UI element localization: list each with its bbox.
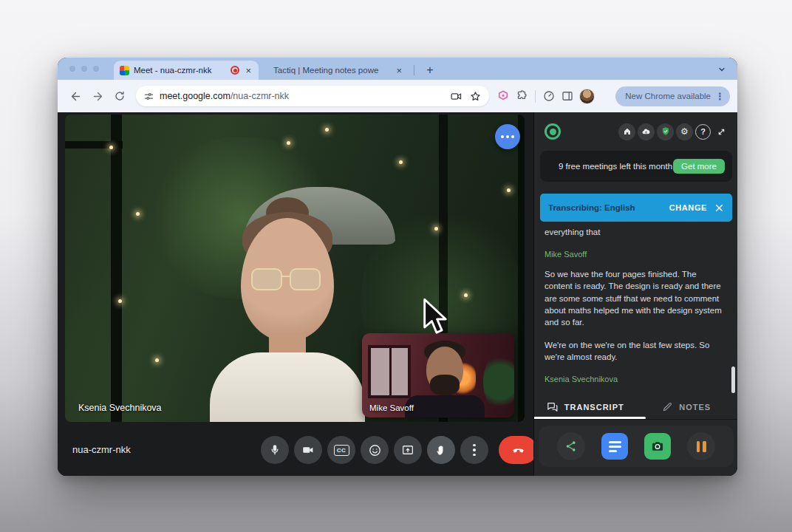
more-options-button[interactable] xyxy=(460,436,488,464)
help-icon: ? xyxy=(700,127,706,136)
window-frame xyxy=(518,115,525,422)
close-icon[interactable] xyxy=(714,203,724,213)
meet-main-area: Ksenia Svechnikova Mike Savoff xyxy=(58,112,533,476)
chat-dots-badge-icon[interactable] xyxy=(495,124,520,149)
chrome-update-pill[interactable]: New Chrome available ⋮ xyxy=(615,86,730,106)
site-info-icon[interactable] xyxy=(143,91,154,102)
profile-avatar[interactable] xyxy=(579,89,595,104)
tab-meet[interactable]: Meet - nua-czmr-nkk × xyxy=(114,61,259,80)
forward-arrow-icon xyxy=(92,90,104,103)
transcribing-banner: Transcribing: English CHANGE xyxy=(540,194,732,222)
close-window-icon[interactable] xyxy=(69,66,75,72)
pip-participant-body xyxy=(405,395,485,417)
tab-search-chevron-icon[interactable] xyxy=(714,61,730,78)
transcript-line: We're on the we're on the last few steps… xyxy=(544,339,726,364)
glasses-lens xyxy=(290,268,321,290)
reload-button[interactable] xyxy=(109,86,130,106)
string-light xyxy=(287,141,290,145)
performance-icon[interactable] xyxy=(542,89,556,103)
window-controls[interactable] xyxy=(69,66,99,72)
bookmark-star-icon[interactable] xyxy=(469,90,482,103)
new-tab-button[interactable]: + xyxy=(421,61,439,79)
participant-name-label: Ksenia Svechnikova xyxy=(78,403,162,413)
camera-button[interactable] xyxy=(294,436,322,464)
popout-button[interactable] xyxy=(713,123,730,140)
raise-hand-icon xyxy=(434,443,448,457)
reactions-button[interactable] xyxy=(361,436,389,464)
overflow-menu-icon[interactable]: ⋮ xyxy=(715,91,725,102)
tab-strip: Meet - nua-czmr-nkk × Tactiq | Meeting n… xyxy=(58,58,737,80)
back-arrow-icon xyxy=(69,90,82,103)
open-doc-button[interactable] xyxy=(601,433,628,460)
glasses-bridge xyxy=(281,276,291,277)
get-more-button[interactable]: Get more xyxy=(673,159,725,174)
glasses-lens xyxy=(251,268,282,290)
transcript-feed[interactable]: everything that Mike Savoff So we have t… xyxy=(544,225,726,389)
extension-pink-icon[interactable] xyxy=(496,89,510,103)
zoom-window-icon[interactable] xyxy=(93,66,99,72)
raise-hand-button[interactable] xyxy=(427,436,455,464)
back-button[interactable] xyxy=(65,86,86,106)
side-panel-icon[interactable] xyxy=(561,89,574,103)
captions-button[interactable]: CC xyxy=(327,436,355,464)
home-button[interactable] xyxy=(618,123,635,140)
microphone-button[interactable] xyxy=(261,436,289,464)
screenshot-camera-icon xyxy=(650,439,665,454)
main-video-tile[interactable]: Ksenia Svechnikova Mike Savoff xyxy=(65,115,525,422)
minimize-window-icon[interactable] xyxy=(81,66,87,72)
present-screen-button[interactable] xyxy=(394,436,422,464)
transcribing-label: Transcribing: English xyxy=(548,203,635,212)
tab-close-icon[interactable]: × xyxy=(395,66,403,75)
string-light xyxy=(507,188,511,192)
url-text[interactable]: meet.google.com/nua-czmr-nkk xyxy=(160,91,289,101)
pip-name-label: Mike Savoff xyxy=(369,403,414,412)
chrome-update-label: New Chrome available xyxy=(625,92,711,100)
pencil-icon xyxy=(662,401,673,412)
url-bar[interactable]: meet.google.com/nua-czmr-nkk xyxy=(136,86,489,106)
camera-icon xyxy=(301,443,315,457)
tab-transcript[interactable]: TRANSCRIPT xyxy=(534,395,636,419)
meeting-code: nua-czmr-nkk xyxy=(72,444,131,455)
pause-button[interactable] xyxy=(687,432,715,460)
gear-icon: ⚙ xyxy=(680,126,689,137)
mouse-cursor xyxy=(421,299,449,340)
screenshot-button[interactable] xyxy=(644,433,671,460)
speaker-name: Ksenia Svechnikova xyxy=(544,374,726,386)
recording-indicator-icon xyxy=(231,66,239,75)
page-content: Ksenia Svechnikova Mike Savoff xyxy=(58,112,737,476)
pip-plant xyxy=(483,352,514,412)
transcript-line: So we have the four pages finished. The … xyxy=(544,268,726,329)
speaker-name: Mike Savoff xyxy=(544,249,726,261)
tab-notes[interactable]: NOTES xyxy=(636,395,738,419)
tab-tactiq[interactable]: Tactiq | Meeting notes powe × xyxy=(267,61,409,80)
doc-icon xyxy=(609,441,621,443)
settings-button[interactable]: ⚙ xyxy=(676,123,693,140)
end-call-button[interactable] xyxy=(499,436,537,464)
scrollbar-thumb[interactable] xyxy=(731,366,735,393)
string-light xyxy=(325,128,329,132)
shield-check-button[interactable] xyxy=(657,123,674,140)
help-button[interactable]: ? xyxy=(695,124,711,140)
end-call-icon xyxy=(511,443,526,458)
share-button[interactable] xyxy=(557,432,585,460)
forward-button[interactable] xyxy=(87,86,108,106)
tab-close-icon[interactable]: × xyxy=(244,66,253,75)
pause-icon xyxy=(697,441,706,452)
free-meetings-banner: 9 free meetings left this month Get more xyxy=(540,151,732,182)
tab-title: Meet - nua-czmr-nkk xyxy=(134,66,226,75)
more-options-icon xyxy=(473,444,476,457)
share-icon xyxy=(564,440,578,453)
participant-shirt xyxy=(210,352,365,422)
change-language-button[interactable]: CHANGE xyxy=(669,203,707,212)
string-light xyxy=(109,146,113,149)
tactiq-header: ⚙ ? xyxy=(534,121,737,142)
smiley-icon xyxy=(368,443,382,457)
tab-notes-label: NOTES xyxy=(679,403,711,412)
cloud-upload-button[interactable] xyxy=(638,123,655,140)
string-light xyxy=(434,227,438,231)
pip-video-tile[interactable]: Mike Savoff xyxy=(362,333,514,417)
tactiq-panel: ⚙ ? 9 free meetings left this month Get … xyxy=(533,112,737,476)
extensions-puzzle-icon[interactable] xyxy=(515,89,528,103)
tab-capture-camera-icon[interactable] xyxy=(450,90,462,103)
cloud-upload-icon xyxy=(641,127,651,137)
